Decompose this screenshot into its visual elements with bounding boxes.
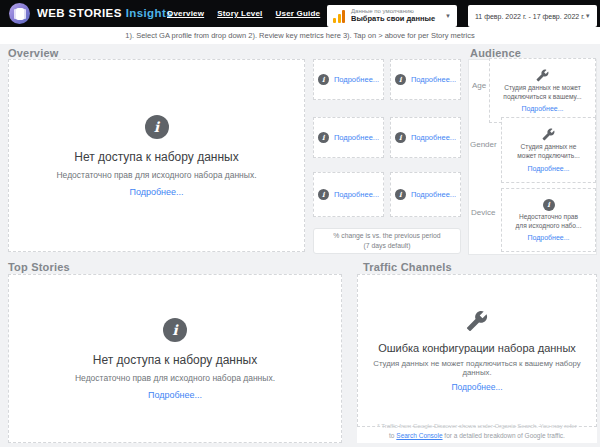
- metric-error-card: i Подробнее...: [313, 117, 384, 158]
- info-icon: i: [543, 199, 555, 211]
- error-text-line: может подключить...: [517, 152, 579, 161]
- error-subtitle: Недостаточно прав для исходного набора д…: [56, 170, 256, 180]
- google-analytics-icon: [333, 10, 345, 23]
- error-subtitle: Недостаточно прав для исходного набора д…: [75, 373, 275, 383]
- ga-selector-value: Выбрать свои данные: [351, 15, 435, 24]
- error-text-line: Недостаточно прав: [519, 213, 578, 222]
- error-text-line: Студия данных не: [521, 143, 577, 152]
- learn-more-link[interactable]: Подробнее...: [129, 187, 183, 197]
- info-icon: i: [318, 189, 329, 200]
- app-title-sub: Insights: [126, 7, 173, 19]
- metric-error-card: i Подробнее...: [390, 117, 461, 158]
- error-text-line: для исходного набо...: [516, 222, 582, 231]
- error-text-line: подключиться к вашему...: [503, 93, 581, 102]
- info-icon: i: [395, 132, 406, 143]
- learn-more-link[interactable]: Подробнее...: [527, 234, 569, 241]
- metric-error-card: i Подробнее...: [390, 59, 461, 100]
- learn-more-link[interactable]: Подробнее...: [411, 75, 456, 84]
- top-stories-error-card: i Нет доступа к набору данных Недостаточ…: [8, 274, 342, 443]
- traffic-channels-heading: Traffic Channels: [363, 261, 452, 273]
- learn-more-link[interactable]: Подробнее...: [334, 133, 379, 142]
- overview-heading: Overview: [8, 47, 59, 59]
- footnote-text: for a detailed breakdown of Google traff…: [443, 432, 565, 439]
- audience-row-label-gender: Gender: [470, 140, 497, 149]
- info-icon: i: [163, 318, 187, 342]
- dashboard: WEB STORIESInsights Overview Story Level…: [0, 0, 600, 447]
- traffic-footnote-line2: to Search Console for a detailed breakdo…: [357, 432, 597, 439]
- overview-error-card: i Нет доступа к набору данных Недостаточ…: [8, 59, 305, 252]
- header-nav: Overview Story Level User Guide: [167, 9, 320, 18]
- info-icon: i: [318, 132, 329, 143]
- error-title: Нет доступа к набору данных: [74, 150, 238, 164]
- learn-more-link[interactable]: Подробнее...: [334, 75, 379, 84]
- audience-row-label-age: Age: [472, 81, 486, 90]
- ga-profile-selector[interactable]: Данные по умолчанию Выбрать свои данные …: [327, 5, 457, 27]
- error-title: Ошибка конфигурации набора данных: [378, 342, 576, 354]
- info-icon: i: [395, 74, 406, 85]
- learn-more-link[interactable]: Подробнее...: [334, 190, 379, 199]
- comparison-note: % change is vs. the previous period (7 d…: [313, 228, 461, 254]
- chevron-down-icon: ▼: [445, 13, 451, 19]
- instruction-bar: 1). Select GA profile from drop down 2).…: [0, 27, 600, 44]
- info-icon: i: [318, 74, 329, 85]
- app-title-main: WEB STORIES: [37, 7, 122, 19]
- app-title: WEB STORIESInsights: [37, 7, 173, 19]
- error-title: Нет доступа к набору данных: [93, 353, 257, 367]
- audience-row-label-device: Device: [471, 208, 495, 217]
- chevron-down-icon: ▼: [585, 13, 591, 19]
- audience-device-error-card: i Недостаточно прав для исходного набо..…: [501, 188, 596, 252]
- nav-user-guide[interactable]: User Guide: [276, 9, 321, 18]
- web-stories-logo-icon: [9, 3, 30, 24]
- story-glyph: [16, 8, 24, 20]
- nav-story-level[interactable]: Story Level: [217, 9, 262, 18]
- wrench-icon: [536, 69, 549, 82]
- instruction-text: 1). Select GA profile from drop down 2).…: [125, 31, 474, 40]
- learn-more-link[interactable]: Подробнее...: [451, 382, 502, 392]
- wrench-icon: [542, 128, 555, 141]
- learn-more-link[interactable]: Подробнее...: [148, 390, 202, 400]
- metric-error-card: i Подробнее...: [390, 172, 461, 217]
- date-range-selector[interactable]: 11 февр. 2022 г. - 17 февр. 2022 г. ▼: [468, 5, 597, 27]
- audience-gender-error-card: Студия данных не может подключить... Под…: [501, 117, 596, 183]
- note-line2: (7 days default): [364, 241, 411, 251]
- info-icon: i: [145, 115, 169, 139]
- info-icon: i: [395, 189, 406, 200]
- traffic-channels-panel: Ошибка конфигурации набора данных Студия…: [357, 274, 597, 443]
- error-subtitle: Студия данных не может подключиться к ва…: [358, 359, 596, 377]
- wrench-icon: [466, 310, 488, 332]
- date-range-value: 11 февр. 2022 г. - 17 февр. 2022 г.: [475, 13, 585, 20]
- traffic-footnote-line1: * Traffic from Google Discover shows und…: [357, 423, 597, 429]
- learn-more-link[interactable]: Подробнее...: [411, 190, 456, 199]
- learn-more-link[interactable]: Подробнее...: [411, 133, 456, 142]
- top-header-bar: WEB STORIESInsights Overview Story Level…: [0, 0, 600, 27]
- metric-error-card: i Подробнее...: [313, 172, 384, 217]
- learn-more-link[interactable]: Подробнее...: [521, 105, 563, 112]
- nav-overview[interactable]: Overview: [167, 9, 204, 18]
- note-line1: % change is vs. the previous period: [333, 231, 440, 241]
- metric-error-card: i Подробнее...: [313, 59, 384, 100]
- error-text-line: Студия данных не может: [504, 84, 581, 93]
- search-console-link[interactable]: Search Console: [396, 432, 442, 439]
- traffic-channels-error-card: Ошибка конфигурации набора данных Студия…: [357, 274, 597, 427]
- top-stories-heading: Top Stories: [8, 261, 70, 273]
- learn-more-link[interactable]: Подробнее...: [527, 165, 569, 172]
- audience-age-error-card: Студия данных не может подключиться к ва…: [489, 58, 596, 123]
